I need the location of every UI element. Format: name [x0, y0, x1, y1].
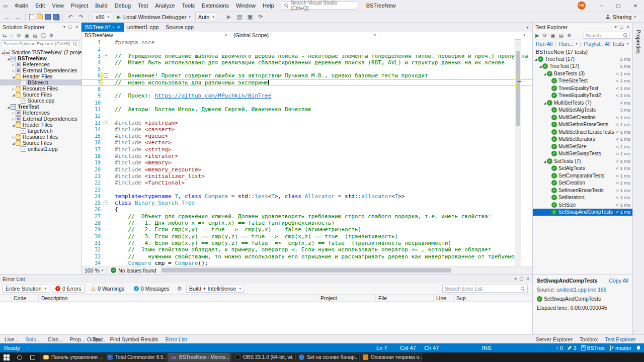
- menu-window[interactable]: Window: [232, 0, 259, 12]
- expanded-icon[interactable]: ◢: [0, 51, 5, 54]
- run-all-link[interactable]: Run All: [536, 41, 552, 47]
- close-tab-icon[interactable]: ✕: [117, 25, 120, 30]
- minimize-button[interactable]: ─: [593, 0, 610, 12]
- notifications-bell-icon[interactable]: [636, 345, 641, 351]
- tool-window-tab[interactable]: Output: [84, 336, 107, 342]
- code-line[interactable]: 15#include <queue>: [82, 133, 532, 139]
- close-icon[interactable]: ✕: [75, 25, 78, 29]
- scrollbar-thumb[interactable]: [516, 51, 520, 126]
- test-tree-item[interactable]: ✓SetIterators< 1 ms: [533, 194, 632, 202]
- start-button[interactable]: [0, 352, 13, 362]
- code-line[interactable]: 21#include <initializer_list>: [82, 173, 532, 179]
- switch-views-icon[interactable]: ⇆: [3, 33, 7, 38]
- code-line[interactable]: 34 Compare cmp = Compare();: [82, 260, 532, 266]
- expanded-icon[interactable]: ◢: [11, 123, 16, 127]
- code-line[interactable]: 17#include <string>: [82, 146, 532, 153]
- build-filter-dropdown[interactable]: Build + IntelliSense ▾: [186, 285, 244, 293]
- solution-tree-item[interactable]: htargetver.h: [0, 128, 81, 134]
- window-menu-icon[interactable]: ▾: [515, 277, 517, 281]
- expanded-icon[interactable]: ◢: [543, 101, 547, 105]
- document-health-indicator[interactable]: ✓ No issues found: [107, 266, 160, 274]
- code-line[interactable]: 31 // 4. Если cmp(x,y) == cmp(y,z) == fa…: [82, 240, 532, 246]
- menu-tools[interactable]: Tools: [178, 0, 198, 12]
- navigate-forward-icon[interactable]: →: [14, 14, 22, 20]
- solution-tree-item[interactable]: ◢Solution 'BSTreeNew' (2 projects): [0, 49, 81, 55]
- settings-gear-icon[interactable]: ⚙: [49, 33, 54, 38]
- navigate-back-icon[interactable]: ←: [3, 14, 11, 20]
- code-line[interactable]: 33 // нужными свойствами, то можно испол…: [82, 253, 532, 260]
- code-line[interactable]: 6−// Внимание! Проект содержит ошибки за…: [82, 72, 532, 79]
- solution-tree-item[interactable]: ◢Source Files: [0, 92, 81, 98]
- solution-tree-item[interactable]: ◢++BSTreeNew: [0, 55, 81, 61]
- playlist-link[interactable]: Playlist : All Tests: [584, 41, 624, 47]
- window-menu-icon[interactable]: ▾: [63, 25, 65, 29]
- menu-help[interactable]: Help: [259, 0, 278, 12]
- collapsed-icon[interactable]: ▷: [11, 117, 16, 121]
- settings-gear-icon[interactable]: ⚙: [567, 33, 572, 38]
- taskbar-button[interactable]: TTotal Commander 8.5...: [104, 353, 167, 361]
- test-tree-item[interactable]: ✓MultiSetSize< 1 ms: [533, 143, 632, 150]
- test-tree-item[interactable]: ✓SetSwapAndCompTests< 1 ms: [533, 209, 632, 216]
- expanded-icon[interactable]: ◢: [543, 159, 547, 163]
- horizontal-scrollbar[interactable]: [160, 266, 532, 274]
- editor-tab[interactable]: Source.cpp: [162, 23, 197, 32]
- menu-build[interactable]: Build: [92, 0, 111, 12]
- test-tree-item[interactable]: ✓SetAlgTests< 1 ms: [533, 165, 632, 172]
- save-icon[interactable]: [45, 14, 51, 20]
- test-tree-item[interactable]: ✓TreesEqualityTest2< 1 ms: [533, 92, 632, 100]
- tool-window-tab[interactable]: Live...: [1, 336, 22, 342]
- test-tree-item[interactable]: ✓MultiSetCreation< 1 ms: [533, 114, 632, 121]
- task-view-button[interactable]: [26, 352, 39, 362]
- collapsed-icon[interactable]: ▷: [11, 69, 16, 72]
- status-insert-mode[interactable]: INS: [482, 343, 491, 352]
- column-header-icon[interactable]: [0, 295, 11, 301]
- menu-project[interactable]: Project: [67, 0, 92, 12]
- sharing-button[interactable]: Sharing ▾: [605, 14, 636, 20]
- code-line[interactable]: 7// можно использовать для различных экс…: [82, 79, 532, 86]
- warnings-filter-button[interactable]: ⚠ 0 Warnings: [87, 285, 128, 293]
- test-tree-item[interactable]: ◢✓SetTests (7)< 1 ms: [533, 157, 632, 165]
- document-list-icon[interactable]: ▼: [526, 26, 532, 29]
- expanded-icon[interactable]: ◢: [6, 57, 11, 60]
- collapsed-icon[interactable]: ▷: [11, 87, 16, 90]
- taskbar-button[interactable]: Set на основе бинар...: [295, 353, 358, 361]
- close-icon[interactable]: ✕: [526, 277, 530, 281]
- taskbar-button[interactable]: Основная теорема о...: [359, 353, 422, 361]
- expanded-icon[interactable]: ◢: [538, 64, 542, 68]
- code-line[interactable]: 3−// Упрощённое описание шаблона двоично…: [82, 53, 532, 59]
- code-line[interactable]: 14#include <cassert>: [82, 126, 532, 133]
- code-line[interactable]: 10: [82, 100, 532, 106]
- auto-dropdown[interactable]: Auto ▾: [195, 13, 217, 21]
- column-header-Sup[interactable]: Sup: [454, 295, 532, 301]
- expanded-icon[interactable]: ◢: [11, 93, 16, 97]
- tool-window-tab[interactable]: Clas...: [44, 336, 66, 342]
- home-icon[interactable]: ⌂: [10, 33, 13, 38]
- code-line[interactable]: 2: [82, 46, 532, 52]
- solution-tree-item[interactable]: ++Source.cpp: [0, 98, 81, 104]
- taskbar-search-button[interactable]: [13, 352, 26, 362]
- code-line[interactable]: 4// Может быть использовано для реализац…: [82, 59, 532, 66]
- taskbar-button[interactable]: OBS 23.1.0 (64-bit, wi...: [231, 353, 294, 361]
- code-line[interactable]: 30 // 3. Если cmp(x,y) == cmp(y,z) == tr…: [82, 233, 532, 240]
- code-line[interactable]: 11// Авторы: Бостан Игорь, Дуюнов Сергей…: [82, 106, 532, 113]
- solution-explorer-search[interactable]: Search Solution Explorer (Ctrl+$): [2, 40, 79, 47]
- expanded-icon[interactable]: ◢: [11, 75, 16, 78]
- expanded-icon[interactable]: ◢: [543, 72, 547, 75]
- code-line[interactable]: 20#include <memory_resource>: [82, 166, 532, 173]
- group-by-icon[interactable]: ▣: [550, 33, 555, 38]
- platform-dropdown[interactable]: x86 ▾: [93, 13, 112, 21]
- menu-extensions[interactable]: Extensions: [198, 0, 232, 12]
- menu-test[interactable]: Test: [134, 0, 151, 12]
- pin-icon[interactable]: ▢: [620, 25, 624, 29]
- collapsed-icon[interactable]: ▷: [11, 63, 16, 66]
- start-debugging-button[interactable]: ▶ Local Windows Debugger ▾: [115, 13, 193, 22]
- refresh-icon[interactable]: ⟳: [17, 33, 21, 38]
- collapse-region-icon[interactable]: −: [104, 54, 108, 58]
- test-tree-item[interactable]: ✓MultiSetInsertEraseTests< 1 ms: [533, 128, 632, 136]
- solution-tree-item[interactable]: hBStree.h: [0, 79, 81, 85]
- code-line[interactable]: 9// Проект: https://github.com/MPuchkin/…: [82, 93, 532, 99]
- collapsed-icon[interactable]: ▷: [11, 111, 16, 115]
- error-list-body[interactable]: [0, 302, 532, 334]
- collapse-region-icon[interactable]: −: [104, 73, 108, 78]
- column-header-Code[interactable]: Code: [11, 295, 39, 301]
